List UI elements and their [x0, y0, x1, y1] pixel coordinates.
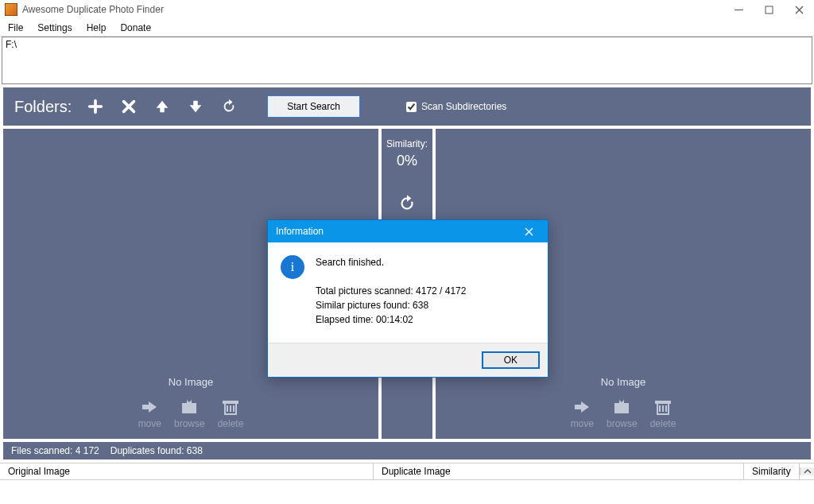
add-folder-icon[interactable] — [86, 97, 105, 116]
menu-donate[interactable]: Donate — [120, 22, 151, 33]
information-dialog: Information i Search finished. Total pic… — [267, 219, 548, 378]
refresh-icon[interactable] — [219, 97, 238, 116]
maximize-button[interactable] — [754, 0, 784, 19]
svg-rect-1 — [766, 6, 773, 14]
col-original[interactable]: Original Image — [0, 463, 374, 479]
no-image-left: No Image — [169, 376, 213, 388]
scan-subdirectories-label: Scan Subdirectories — [421, 101, 506, 112]
rotate-icon[interactable] — [397, 193, 417, 216]
dialog-line1: Search finished. — [316, 255, 466, 269]
move-up-icon[interactable] — [153, 97, 172, 116]
files-scanned: Files scanned: 4 172 — [11, 445, 99, 456]
toolbar: Folders: Start Search Scan Subdirectorie… — [3, 87, 811, 126]
folders-list[interactable]: F:\ — [2, 37, 812, 84]
dialog-line4: Elapsed time: 00:14:02 — [316, 312, 466, 327]
dialog-title: Information — [276, 226, 517, 237]
scan-subdirectories-input[interactable] — [406, 102, 417, 112]
similarity-value: 0% — [397, 153, 417, 169]
similarity-label: Similarity: — [386, 138, 428, 149]
info-icon: i — [281, 255, 304, 279]
minimize-button[interactable] — [723, 0, 754, 19]
no-image-right: No Image — [601, 376, 645, 388]
remove-folder-icon[interactable] — [119, 97, 138, 116]
ok-button[interactable]: OK — [482, 351, 540, 369]
delete-right-button[interactable]: delete — [650, 397, 676, 429]
svg-rect-0 — [735, 10, 743, 10]
menu-bar: File Settings Help Donate — [0, 19, 814, 37]
col-similarity[interactable]: Similarity — [744, 463, 800, 479]
move-left-button[interactable]: move — [138, 397, 161, 429]
close-button[interactable] — [784, 0, 814, 19]
move-right-button[interactable]: move — [571, 397, 594, 429]
folders-label: Folders: — [14, 98, 72, 116]
menu-settings[interactable]: Settings — [37, 22, 72, 33]
menu-help[interactable]: Help — [87, 22, 107, 33]
dialog-line2: Total pictures scanned: 4172 / 4172 — [316, 284, 466, 298]
dialog-close-button[interactable] — [517, 220, 540, 242]
dialog-line3: Similar pictures found: 638 — [316, 298, 466, 312]
move-down-icon[interactable] — [186, 97, 205, 116]
dialog-message: Search finished. Total pictures scanned:… — [316, 255, 466, 327]
dialog-titlebar[interactable]: Information — [268, 220, 548, 242]
col-duplicate[interactable]: Duplicate Image — [374, 463, 744, 479]
delete-left-button[interactable]: delete — [218, 397, 244, 429]
duplicates-found: Duplicates found: 638 — [110, 445, 203, 456]
result-column-headers: Original Image Duplicate Image Similarit… — [0, 463, 814, 480]
menu-file[interactable]: File — [8, 22, 23, 33]
browse-left-button[interactable]: browse — [174, 397, 205, 429]
status-bar: Files scanned: 4 172 Duplicates found: 6… — [3, 442, 811, 459]
scan-subdirectories-checkbox[interactable]: Scan Subdirectories — [406, 101, 506, 112]
app-icon — [5, 3, 17, 16]
start-search-button[interactable]: Start Search — [267, 95, 360, 118]
browse-right-button[interactable]: browse — [607, 397, 638, 429]
scroll-up-button[interactable] — [800, 467, 814, 475]
title-bar: Awesome Duplicate Photo Finder — [0, 0, 814, 19]
window-title: Awesome Duplicate Photo Finder — [22, 4, 723, 15]
